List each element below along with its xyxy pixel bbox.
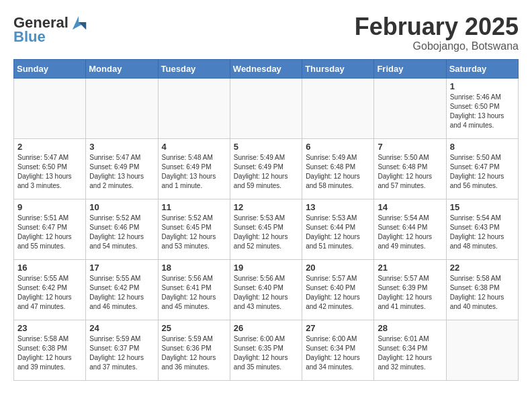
day-info: Sunrise: 5:55 AM Sunset: 6:42 PM Dayligh… — [89, 274, 154, 312]
logo: General Blue — [13, 13, 89, 46]
calendar-cell: 19Sunrise: 5:56 AM Sunset: 6:40 PM Dayli… — [230, 259, 302, 320]
day-info: Sunrise: 5:59 AM Sunset: 6:36 PM Dayligh… — [162, 334, 226, 372]
day-info: Sunrise: 6:01 AM Sunset: 6:34 PM Dayligh… — [378, 334, 442, 372]
calendar-cell: 15Sunrise: 5:54 AM Sunset: 6:43 PM Dayli… — [446, 199, 518, 259]
calendar-cell: 18Sunrise: 5:56 AM Sunset: 6:41 PM Dayli… — [158, 259, 230, 320]
day-number: 6 — [306, 142, 370, 152]
day-number: 22 — [450, 263, 515, 273]
title-block: February 2025 Gobojango, Botswana — [355, 13, 519, 52]
logo-icon — [70, 13, 89, 32]
day-number: 27 — [306, 323, 370, 333]
calendar-cell — [158, 78, 230, 138]
day-number: 5 — [234, 142, 298, 152]
calendar-cell — [446, 320, 518, 380]
calendar-table: SundayMondayTuesdayWednesdayThursdayFrid… — [13, 59, 519, 381]
day-number: 18 — [162, 263, 226, 273]
calendar-cell — [230, 78, 302, 138]
calendar-cell: 4Sunrise: 5:48 AM Sunset: 6:49 PM Daylig… — [158, 138, 230, 199]
day-info: Sunrise: 5:47 AM Sunset: 6:50 PM Dayligh… — [17, 153, 82, 191]
day-number: 8 — [450, 142, 515, 152]
calendar-week-row: 9Sunrise: 5:51 AM Sunset: 6:47 PM Daylig… — [14, 199, 519, 259]
day-number: 1 — [450, 81, 515, 91]
day-info: Sunrise: 5:57 AM Sunset: 6:39 PM Dayligh… — [378, 274, 442, 312]
weekday-header: Tuesday — [158, 59, 230, 78]
calendar-cell: 7Sunrise: 5:50 AM Sunset: 6:48 PM Daylig… — [374, 138, 446, 199]
day-info: Sunrise: 5:55 AM Sunset: 6:42 PM Dayligh… — [17, 274, 82, 312]
day-number: 24 — [89, 323, 154, 333]
day-number: 20 — [306, 263, 370, 273]
day-info: Sunrise: 5:59 AM Sunset: 6:37 PM Dayligh… — [89, 334, 154, 372]
calendar-cell: 26Sunrise: 6:00 AM Sunset: 6:35 PM Dayli… — [230, 320, 302, 380]
day-number: 17 — [89, 263, 154, 273]
day-number: 7 — [378, 142, 442, 152]
day-number: 10 — [89, 202, 154, 212]
calendar-cell: 13Sunrise: 5:53 AM Sunset: 6:44 PM Dayli… — [302, 199, 374, 259]
day-info: Sunrise: 5:47 AM Sunset: 6:49 PM Dayligh… — [89, 153, 154, 191]
day-info: Sunrise: 6:00 AM Sunset: 6:35 PM Dayligh… — [234, 334, 298, 372]
day-info: Sunrise: 5:53 AM Sunset: 6:45 PM Dayligh… — [234, 214, 298, 251]
day-number: 16 — [17, 263, 82, 273]
day-number: 26 — [234, 323, 298, 333]
calendar-cell — [14, 78, 86, 138]
calendar-cell: 5Sunrise: 5:49 AM Sunset: 6:49 PM Daylig… — [230, 138, 302, 199]
calendar-cell: 20Sunrise: 5:57 AM Sunset: 6:40 PM Dayli… — [302, 259, 374, 320]
calendar-cell: 23Sunrise: 5:58 AM Sunset: 6:38 PM Dayli… — [14, 320, 86, 380]
calendar-week-row: 23Sunrise: 5:58 AM Sunset: 6:38 PM Dayli… — [14, 320, 519, 380]
calendar-cell: 16Sunrise: 5:55 AM Sunset: 6:42 PM Dayli… — [14, 259, 86, 320]
day-number: 11 — [162, 202, 226, 212]
weekday-header: Monday — [86, 59, 158, 78]
day-number: 2 — [17, 142, 82, 152]
day-info: Sunrise: 5:56 AM Sunset: 6:40 PM Dayligh… — [234, 274, 298, 312]
day-info: Sunrise: 6:00 AM Sunset: 6:34 PM Dayligh… — [306, 334, 370, 372]
day-info: Sunrise: 5:46 AM Sunset: 6:50 PM Dayligh… — [450, 93, 515, 130]
calendar-cell: 25Sunrise: 5:59 AM Sunset: 6:36 PM Dayli… — [158, 320, 230, 380]
day-number: 15 — [450, 202, 515, 212]
calendar-cell: 21Sunrise: 5:57 AM Sunset: 6:39 PM Dayli… — [374, 259, 446, 320]
day-info: Sunrise: 5:50 AM Sunset: 6:47 PM Dayligh… — [450, 153, 515, 191]
calendar-cell: 24Sunrise: 5:59 AM Sunset: 6:37 PM Dayli… — [86, 320, 158, 380]
weekday-header: Friday — [374, 59, 446, 78]
day-number: 4 — [162, 142, 226, 152]
day-info: Sunrise: 5:57 AM Sunset: 6:40 PM Dayligh… — [306, 274, 370, 312]
calendar-cell — [374, 78, 446, 138]
calendar-week-row: 16Sunrise: 5:55 AM Sunset: 6:42 PM Dayli… — [14, 259, 519, 320]
day-number: 3 — [89, 142, 154, 152]
day-info: Sunrise: 5:53 AM Sunset: 6:44 PM Dayligh… — [306, 214, 370, 251]
day-number: 25 — [162, 323, 226, 333]
calendar-cell: 1Sunrise: 5:46 AM Sunset: 6:50 PM Daylig… — [446, 78, 518, 138]
weekday-header: Saturday — [446, 59, 518, 78]
day-info: Sunrise: 5:56 AM Sunset: 6:41 PM Dayligh… — [162, 274, 226, 312]
logo-blue: Blue — [13, 28, 46, 46]
day-number: 9 — [17, 202, 82, 212]
day-info: Sunrise: 5:52 AM Sunset: 6:45 PM Dayligh… — [162, 214, 226, 251]
month-title: February 2025 — [355, 13, 519, 40]
weekday-header-row: SundayMondayTuesdayWednesdayThursdayFrid… — [14, 59, 519, 78]
calendar-cell: 10Sunrise: 5:52 AM Sunset: 6:46 PM Dayli… — [86, 199, 158, 259]
day-info: Sunrise: 5:50 AM Sunset: 6:48 PM Dayligh… — [378, 153, 442, 191]
calendar-cell — [86, 78, 158, 138]
calendar-cell: 14Sunrise: 5:54 AM Sunset: 6:44 PM Dayli… — [374, 199, 446, 259]
calendar-week-row: 1Sunrise: 5:46 AM Sunset: 6:50 PM Daylig… — [14, 78, 519, 138]
day-info: Sunrise: 5:54 AM Sunset: 6:43 PM Dayligh… — [450, 214, 515, 251]
day-info: Sunrise: 5:54 AM Sunset: 6:44 PM Dayligh… — [378, 214, 442, 251]
calendar-cell: 27Sunrise: 6:00 AM Sunset: 6:34 PM Dayli… — [302, 320, 374, 380]
calendar-cell: 2Sunrise: 5:47 AM Sunset: 6:50 PM Daylig… — [14, 138, 86, 199]
day-info: Sunrise: 5:48 AM Sunset: 6:49 PM Dayligh… — [162, 153, 226, 191]
calendar-cell: 17Sunrise: 5:55 AM Sunset: 6:42 PM Dayli… — [86, 259, 158, 320]
calendar-cell: 28Sunrise: 6:01 AM Sunset: 6:34 PM Dayli… — [374, 320, 446, 380]
location: Gobojango, Botswana — [355, 40, 519, 52]
day-info: Sunrise: 5:58 AM Sunset: 6:38 PM Dayligh… — [17, 334, 82, 372]
day-number: 12 — [234, 202, 298, 212]
calendar-cell: 3Sunrise: 5:47 AM Sunset: 6:49 PM Daylig… — [86, 138, 158, 199]
day-number: 14 — [378, 202, 442, 212]
day-number: 13 — [306, 202, 370, 212]
day-number: 23 — [17, 323, 82, 333]
day-info: Sunrise: 5:49 AM Sunset: 6:48 PM Dayligh… — [306, 153, 370, 191]
day-info: Sunrise: 5:52 AM Sunset: 6:46 PM Dayligh… — [89, 214, 154, 251]
day-number: 28 — [378, 323, 442, 333]
calendar-cell: 22Sunrise: 5:58 AM Sunset: 6:38 PM Dayli… — [446, 259, 518, 320]
day-info: Sunrise: 5:51 AM Sunset: 6:47 PM Dayligh… — [17, 214, 82, 251]
calendar-cell: 12Sunrise: 5:53 AM Sunset: 6:45 PM Dayli… — [230, 199, 302, 259]
calendar-cell — [302, 78, 374, 138]
day-info: Sunrise: 5:49 AM Sunset: 6:49 PM Dayligh… — [234, 153, 298, 191]
